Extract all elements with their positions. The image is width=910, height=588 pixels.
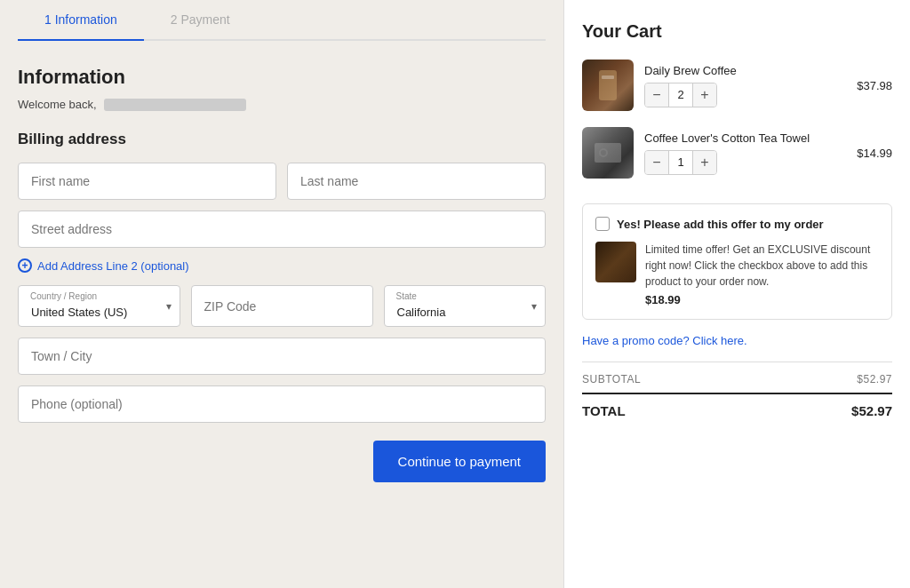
plus-icon: +	[18, 258, 32, 273]
cart-title: Your Cart	[582, 21, 892, 42]
left-panel: 1 Information 2 Payment Information Welc…	[0, 0, 563, 588]
state-wrapper: State California ▾	[384, 285, 547, 327]
cart-item-details-1: Coffee Lover's Cotton Tea Towel − 1 +	[644, 131, 846, 175]
total-label: TOTAL	[582, 403, 626, 418]
cart-footer: SUBTOTAL $52.97 TOTAL $52.97	[582, 362, 892, 418]
svg-rect-0	[599, 70, 617, 100]
qty-increase-0[interactable]: +	[693, 83, 716, 107]
offer-price: $18.99	[645, 293, 879, 306]
checkout-tabs: 1 Information 2 Payment	[18, 0, 546, 41]
offer-text-block: Limited time offer! Get an EXCLUSIVE dis…	[645, 242, 879, 306]
zip-input[interactable]	[191, 285, 373, 327]
street-row	[18, 211, 546, 248]
qty-decrease-1[interactable]: −	[645, 151, 668, 174]
qty-decrease-0[interactable]: −	[645, 83, 668, 107]
cart-item-details-0: Daily Brew Coffee − 2 +	[644, 64, 846, 107]
country-label: Country / Region	[30, 291, 97, 301]
total-value: $52.97	[851, 403, 892, 418]
right-panel: Your Cart Daily Brew Coffee − 2 + $37.98	[563, 0, 910, 588]
page-layout: 1 Information 2 Payment Information Welc…	[0, 0, 910, 588]
cart-item-right-1: $14.99	[857, 147, 892, 160]
product-image-coffee	[582, 60, 634, 111]
subtotal-row: SUBTOTAL $52.97	[582, 373, 892, 385]
section-title: Information	[18, 66, 546, 89]
qty-value-1: 1	[668, 151, 693, 174]
cart-item-1: Coffee Lover's Cotton Tea Towel − 1 + $1…	[582, 127, 892, 179]
cart-item-price-1: $14.99	[857, 147, 892, 160]
promo-code-link[interactable]: Have a promo code? Click here.	[582, 334, 892, 347]
offer-description: Limited time offer! Get an EXCLUSIVE dis…	[645, 242, 879, 290]
cart-item-0: Daily Brew Coffee − 2 + $37.98	[582, 60, 892, 111]
phone-input[interactable]	[18, 385, 546, 423]
quantity-control-0: − 2 +	[644, 83, 717, 107]
city-input[interactable]	[18, 338, 546, 375]
continue-button[interactable]: Continue to payment	[373, 441, 546, 482]
offer-checkbox[interactable]	[595, 217, 610, 231]
last-name-input[interactable]	[287, 163, 546, 200]
quantity-control-1: − 1 +	[644, 150, 717, 175]
subtotal-label: SUBTOTAL	[582, 373, 641, 385]
tab-payment[interactable]: 2 Payment	[144, 0, 257, 39]
qty-increase-1[interactable]: +	[693, 151, 716, 174]
subtotal-value: $52.97	[857, 373, 892, 385]
welcome-text: Welcome back,	[18, 98, 546, 111]
tab-information[interactable]: 1 Information	[18, 0, 144, 39]
street-input[interactable]	[18, 211, 546, 248]
welcome-blur	[104, 99, 246, 111]
offer-body: Limited time offer! Get an EXCLUSIVE dis…	[595, 242, 879, 306]
offer-title: Yes! Please add this offer to my order	[617, 218, 824, 231]
svg-rect-1	[602, 75, 614, 79]
offer-header: Yes! Please add this offer to my order	[595, 217, 879, 231]
name-row	[18, 163, 546, 200]
cart-item-name-1: Coffee Lover's Cotton Tea Towel	[644, 131, 846, 145]
total-row: TOTAL $52.97	[582, 393, 892, 418]
add-address-link[interactable]: + Add Address Line 2 (optional)	[18, 258, 546, 273]
city-row	[18, 338, 546, 375]
svg-point-4	[601, 150, 606, 155]
cart-item-name-0: Daily Brew Coffee	[644, 64, 846, 77]
product-image-towel	[582, 127, 634, 179]
offer-box: Yes! Please add this offer to my order L…	[582, 203, 892, 320]
cart-item-right-0: $37.98	[857, 79, 892, 92]
cart-item-price-0: $37.98	[857, 79, 892, 92]
country-zip-state-row: Country / Region United States (US) ▾ St…	[18, 285, 546, 327]
country-wrapper: Country / Region United States (US) ▾	[18, 285, 180, 327]
qty-value-0: 2	[668, 83, 693, 107]
first-name-input[interactable]	[18, 163, 276, 200]
billing-title: Billing address	[18, 131, 546, 148]
continue-row: Continue to payment	[18, 441, 546, 482]
phone-row	[18, 385, 546, 423]
state-label: State	[396, 291, 417, 301]
offer-product-image	[595, 242, 636, 282]
